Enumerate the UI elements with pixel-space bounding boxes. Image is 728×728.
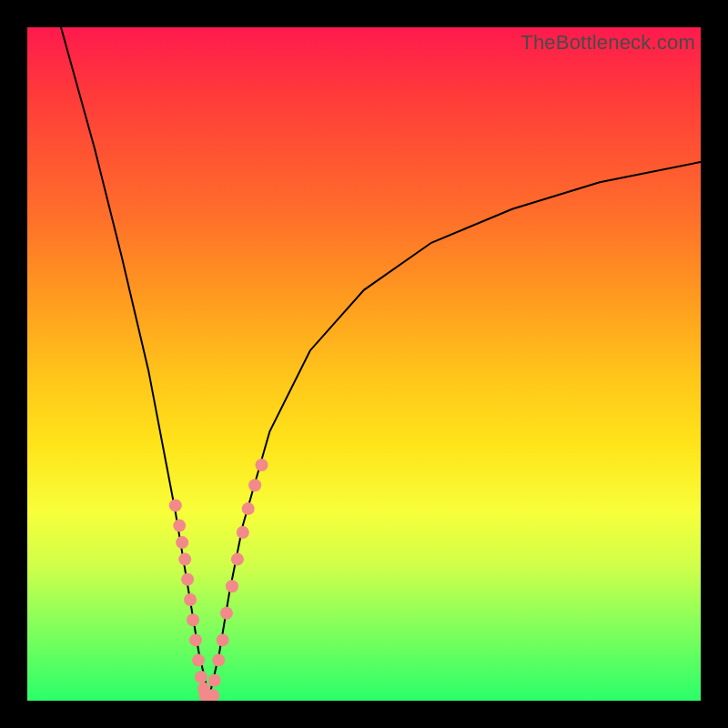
- marker-dot: [181, 573, 194, 586]
- marker-dot: [248, 479, 261, 491]
- chart-frame: TheBottleneck.com: [0, 0, 728, 728]
- marker-dot: [189, 633, 202, 646]
- marker-dot: [176, 536, 188, 549]
- marker-dot: [178, 553, 191, 566]
- marker-dot: [195, 671, 207, 683]
- marker-dot: [242, 502, 255, 515]
- marker-dot: [220, 607, 233, 620]
- marker-dot: [187, 613, 199, 626]
- plot-area: TheBottleneck.com: [27, 27, 701, 701]
- marker-dots: [169, 459, 268, 701]
- marker-dot: [197, 682, 210, 695]
- marker-dot: [192, 654, 205, 667]
- bottleneck-curve-svg: [27, 27, 701, 701]
- marker-dot: [198, 689, 211, 701]
- marker-dot: [237, 526, 249, 539]
- marker-dot: [226, 580, 238, 592]
- marker-dot: [203, 691, 216, 701]
- marker-dot: [169, 499, 182, 511]
- marker-dot: [256, 459, 268, 471]
- marker-dot: [231, 553, 244, 566]
- marker-dot: [217, 633, 229, 646]
- marker-dot: [173, 520, 186, 532]
- bottleneck-curve: [61, 27, 701, 697]
- watermark-text: TheBottleneck.com: [521, 31, 695, 55]
- marker-dot: [212, 654, 225, 667]
- marker-dot: [207, 689, 219, 701]
- marker-dot: [208, 674, 221, 687]
- marker-dot: [184, 593, 197, 606]
